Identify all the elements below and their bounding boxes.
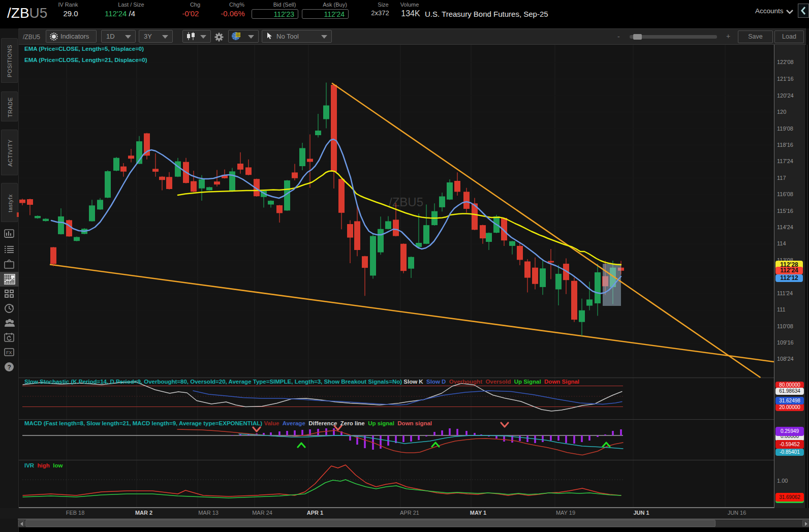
svg-text:?: ? [8, 364, 11, 371]
svg-text:FX: FX [6, 350, 12, 355]
svg-text:/ZBU5: /ZBU5 [389, 195, 423, 209]
